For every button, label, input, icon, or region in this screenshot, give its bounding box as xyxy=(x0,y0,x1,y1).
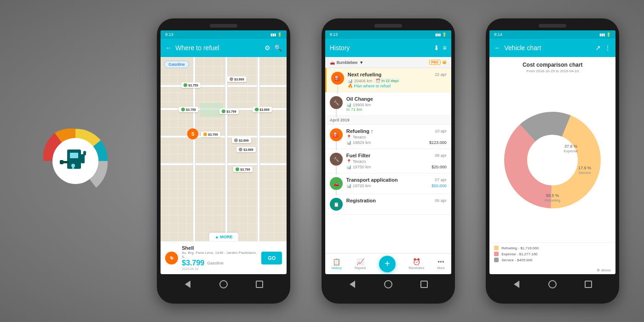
share-icon[interactable]: ↗ xyxy=(595,44,601,52)
price-tag-6[interactable]: $3.699 xyxy=(236,147,255,152)
station-name: Shell xyxy=(182,245,258,251)
donut-center xyxy=(528,135,577,185)
home-nav-1[interactable] xyxy=(219,280,228,289)
svg-rect-2 xyxy=(70,153,78,158)
drivvo-label: drivvo xyxy=(601,268,611,272)
nav-history[interactable]: 📋 History xyxy=(332,258,342,270)
station-price: $3.799 xyxy=(182,259,204,267)
legend-expense: Expense - $1,277.160 xyxy=(494,252,611,256)
recent-nav-1[interactable] xyxy=(255,280,264,289)
add-button[interactable]: + xyxy=(379,256,396,272)
bottom-nav: 📋 History 📈 Reports + ⏰ Reminders ••• Mo… xyxy=(325,253,451,274)
screen-1: 8:13 ▮▮▮ 🔋 ← Where to refuel ⚙ 🔍 xyxy=(161,30,287,274)
price-tag-4b[interactable]: $3.699 xyxy=(253,107,271,112)
registration-title: Registration xyxy=(346,198,376,203)
transport-icon: 🚗 xyxy=(330,177,343,190)
price-tag-shell[interactable]: $3.799 xyxy=(201,132,220,137)
filter-icon-1[interactable]: ⚙ xyxy=(264,44,270,52)
registration-item[interactable]: 📋 Registration 06 apr xyxy=(325,194,451,215)
recent-nav-2[interactable] xyxy=(420,280,429,289)
time-1: 8:13 xyxy=(165,32,173,37)
expense-legend-label: Expense - $1,277.160 xyxy=(501,252,537,256)
oil-change-item[interactable]: 🔧 Oil Change 📊 19900 km In 71 km xyxy=(325,92,451,116)
recent-nav-3[interactable] xyxy=(584,280,593,289)
screen-2: 8:13 ▮▮▮ 🔋 History ⬇ ≡ 🚗 Bumblebee ▼ xyxy=(325,30,451,274)
plan-refuel-link[interactable]: 🔥 Plan where to refuel xyxy=(348,84,447,88)
shell-pin[interactable]: S xyxy=(187,128,198,139)
next-refueling-item[interactable]: ⛽ Next refueling 22 apr 📊 20406 km ⏰ In … xyxy=(325,68,451,92)
back-nav-3[interactable] xyxy=(512,280,521,289)
station-logo: 🐚 xyxy=(165,252,178,264)
download-icon[interactable]: ⬇ xyxy=(434,44,439,52)
more-nav-label: More xyxy=(437,266,445,270)
app-bar-2: History ⬇ ≡ xyxy=(325,39,451,57)
search-icon-1[interactable]: 🔍 xyxy=(274,44,282,52)
refueling-legend-dot xyxy=(494,246,499,250)
home-nav-3[interactable] xyxy=(548,280,557,289)
station-address: Av. Brg. Faria Lima, 1448 - Jardim Pauli… xyxy=(182,251,258,259)
fuel-date: 2019-04-10 xyxy=(182,267,258,270)
transport-km: 📊 19720 km $50.000 xyxy=(346,184,447,188)
station-price-row: $3.799 Gasoline xyxy=(182,259,258,267)
phone-1: 8:13 ▮▮▮ 🔋 ← Where to refuel ⚙ 🔍 xyxy=(157,18,290,304)
more-icon-3[interactable]: ⋮ xyxy=(604,44,611,52)
svg-rect-8 xyxy=(60,160,63,164)
fuel-filter-km: 📊 19750 km $20.000 xyxy=(346,165,447,169)
price-tag-7[interactable]: $3.799 xyxy=(233,167,252,172)
main-container: 8:13 ▮▮▮ 🔋 ← Where to refuel ⚙ 🔍 xyxy=(0,0,644,322)
price-tag-4[interactable]: $3.799 xyxy=(219,109,238,114)
oil-change-icon: 🔧 xyxy=(330,96,343,109)
next-refuel-title: Next refueling xyxy=(348,72,381,77)
history-nav-label: History xyxy=(332,266,342,270)
vehicle-dropdown-icon[interactable]: ▼ xyxy=(359,60,363,65)
location-icon-1: 📍 xyxy=(346,135,351,139)
chart-content: Cost comparison chart From 2018-10-29 to… xyxy=(489,57,615,274)
map-area[interactable]: $3.759 $3.699 $3.759 $3.799 xyxy=(161,57,287,241)
phone-notch-2 xyxy=(374,24,402,28)
back-icon-3[interactable]: ← xyxy=(494,44,500,52)
pro-badge: PRO xyxy=(429,60,441,65)
legend-refueling: Refueling - $1,716.000 xyxy=(494,246,611,250)
price-tag-2[interactable]: $3.699 xyxy=(227,76,246,82)
fuel-filter-title: Fuel Filter xyxy=(346,153,371,158)
vehicle-right: PRO 👑 xyxy=(429,60,447,65)
next-refuel-date: 22 apr xyxy=(435,72,447,77)
nav-reminders[interactable]: ⏰ Reminders xyxy=(408,258,424,270)
time-3: 8:14 xyxy=(494,32,502,37)
transport-item[interactable]: 🚗 Transport application 07 apr 📊 19720 k… xyxy=(325,173,451,194)
transport-date: 07 apr xyxy=(435,178,447,182)
home-nav-2[interactable] xyxy=(384,280,393,289)
price-tag-3[interactable]: $3.759 xyxy=(179,107,198,112)
reminders-nav-label: Reminders xyxy=(408,266,424,270)
title-row-3: Refueling ↑ 10 apr xyxy=(346,128,447,134)
title-row-4: Fuel Filter 08 apr xyxy=(346,153,447,158)
screen3-title: Vehicle chart xyxy=(504,44,592,52)
oil-change-sub: In 71 km xyxy=(346,107,447,112)
oil-change-km: 📊 19900 km xyxy=(346,103,447,107)
refueling-text: Refueling xyxy=(545,198,560,202)
km-icon-3: 📊 xyxy=(346,140,351,145)
reports-nav-icon: 📈 xyxy=(356,258,364,265)
service-legend-dot xyxy=(494,258,499,262)
chart-legend: Refueling - $1,716.000 Expense - $1,277.… xyxy=(489,242,615,266)
phone-bottom-2 xyxy=(325,278,451,291)
registration-icon: 📋 xyxy=(330,198,343,211)
price-tag-1[interactable]: $3.759 xyxy=(181,82,200,88)
battery-icon-2: 🔋 xyxy=(442,33,447,37)
screen1-title: Where to refuel xyxy=(175,44,261,52)
back-nav-2[interactable] xyxy=(348,280,357,289)
price-tag-5[interactable]: $3.699 xyxy=(232,138,251,143)
more-button[interactable]: ▲ MORE xyxy=(209,233,238,241)
refuel-icon-2: ⛽ xyxy=(330,128,343,141)
registration-date: 06 apr xyxy=(435,198,447,203)
fuel-filter-item[interactable]: 🔧 Fuel Filter 08 apr 📍 Texaco 📊 19750 xyxy=(325,149,451,173)
menu-icon-2[interactable]: ≡ xyxy=(443,44,447,52)
km-icon-4: 📊 xyxy=(346,165,351,169)
nav-more[interactable]: ••• More xyxy=(437,258,445,270)
refueling-item[interactable]: ⛽ Refueling ↑ 10 apr 📍 Texaco 📊 19829 xyxy=(325,125,451,149)
back-nav-1[interactable] xyxy=(183,280,192,289)
nav-reports[interactable]: 📈 Reports xyxy=(355,258,366,270)
fuel-type-badge[interactable]: Gasoline xyxy=(164,61,189,68)
back-icon-1[interactable]: ← xyxy=(165,44,172,52)
go-button[interactable]: GO xyxy=(261,252,282,264)
